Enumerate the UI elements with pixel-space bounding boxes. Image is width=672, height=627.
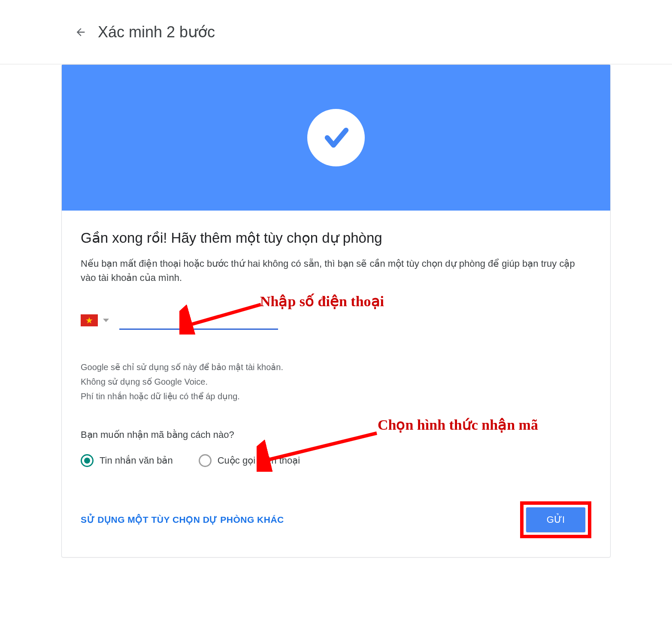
country-picker[interactable]: ★ (81, 314, 109, 330)
card-content: Gần xong rồi! Hãy thêm một tùy chọn dự p… (62, 211, 610, 557)
action-row: SỬ DỤNG MỘT TÙY CHỌN DỰ PHÒNG KHÁC GỬI (81, 501, 591, 538)
radio-group: Tin nhắn văn bản Cuộc gọi điện thoại (81, 454, 591, 467)
delivery-method-question: Bạn muốn nhận mã bằng cách nào? (81, 429, 591, 440)
radio-label-sms: Tin nhắn văn bản (100, 455, 173, 466)
send-button[interactable]: GỬI (526, 507, 585, 532)
flag-vietnam-icon: ★ (81, 314, 98, 326)
radio-label-call: Cuộc gọi điện thoại (218, 455, 300, 466)
main-card: Gần xong rồi! Hãy thêm một tùy chọn dự p… (61, 64, 611, 558)
main-heading: Gần xong rồi! Hãy thêm một tùy chọn dự p… (81, 229, 591, 246)
page-header: Xác minh 2 bước (0, 0, 672, 64)
arrow-left-icon (75, 26, 87, 38)
phone-input-row: ★ (81, 310, 591, 330)
phone-notes: Google sẽ chỉ sử dụng số này để bảo mật … (81, 360, 591, 404)
radio-icon-unselected (199, 454, 212, 467)
radio-option-sms[interactable]: Tin nhắn văn bản (81, 454, 173, 467)
phone-number-input[interactable] (119, 310, 278, 330)
check-icon (321, 123, 351, 153)
note-line-1: Google sẽ chỉ sử dụng số này để bảo mật … (81, 360, 591, 374)
hero-circle (307, 109, 365, 166)
radio-option-call[interactable]: Cuộc gọi điện thoại (199, 454, 300, 467)
note-line-2: Không sử dụng số Google Voice. (81, 374, 591, 389)
note-line-3: Phí tin nhắn hoặc dữ liệu có thể áp dụng… (81, 389, 591, 404)
use-other-backup-link[interactable]: SỬ DỤNG MỘT TÙY CHỌN DỰ PHÒNG KHÁC (81, 515, 284, 525)
send-button-highlight: GỬI (520, 501, 591, 538)
page-title: Xác minh 2 bước (98, 23, 215, 41)
hero-banner (62, 65, 610, 211)
back-button[interactable] (74, 25, 88, 39)
chevron-down-icon (103, 319, 109, 322)
radio-icon-selected (81, 454, 94, 467)
description-text: Nếu bạn mất điện thoại hoặc bước thứ hai… (81, 256, 591, 285)
